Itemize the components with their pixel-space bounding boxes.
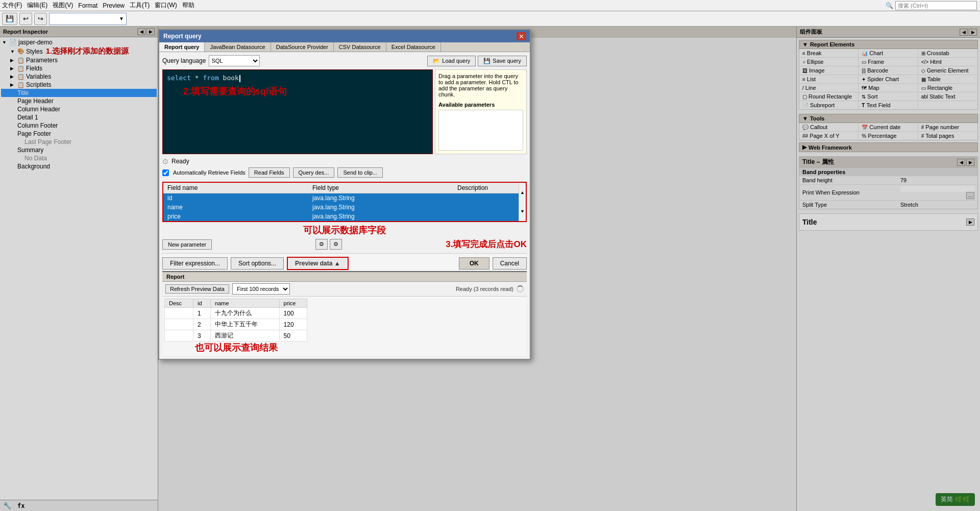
top-menubar: 文件(F) 编辑(E) 视图(V) Format Preview 工具(T) 窗… — [0, 0, 980, 11]
query-lang-row: Query language SQL 📂 Load query 💾 Save q… — [162, 55, 527, 66]
field-id-type: java.lang.String — [308, 193, 453, 203]
load-query-btn[interactable]: 📂 Load query — [427, 56, 476, 66]
preview-r3-name: 西游记 — [211, 330, 280, 342]
modal-tab-javabean[interactable]: JavaBean Datasource — [205, 42, 271, 52]
preview-r1-desc — [165, 308, 193, 319]
field-price-type: java.lang.String — [308, 212, 453, 221]
auto-retrieve-checkbox[interactable] — [162, 169, 169, 176]
preview-r3-desc — [165, 330, 193, 342]
db-connection-input[interactable]: loclal-mysql — [52, 14, 118, 24]
preview-row-2[interactable]: 2 中华上下五千年 120 — [165, 319, 307, 330]
modal-close-btn[interactable]: ✕ — [517, 32, 526, 40]
modal-body: Query language SQL 📂 Load query 💾 Save q… — [159, 52, 530, 359]
settings-btn2[interactable]: ⚙ — [330, 239, 342, 250]
preview-status-text: Ready (3 records read) — [456, 286, 513, 292]
field-name-header: Field name — [163, 183, 308, 193]
field-row-name[interactable]: name java.lang.String — [163, 203, 526, 212]
fields-table-header-row: Field name Field type Description ⊞ — [163, 183, 526, 193]
fields-table: Field name Field type Description ⊞ id j… — [163, 183, 526, 221]
status-icon: ⊙ — [162, 157, 168, 165]
menu-edit[interactable]: 编辑(E) — [27, 1, 47, 10]
field-name-type: java.lang.String — [308, 203, 453, 212]
preview-r3-price: 50 — [279, 330, 307, 342]
save-query-btn[interactable]: 💾 Save query — [478, 56, 527, 66]
fields-scroll-up[interactable]: ▲ — [519, 183, 526, 202]
field-desc-header: Description — [453, 183, 516, 193]
annotation-show-fields: 可以展示数据库字段 — [162, 224, 527, 236]
preview-col-desc: Desc — [165, 299, 193, 308]
preview-header: Report — [162, 272, 527, 282]
fields-table-wrapper: Field name Field type Description ⊞ id j… — [162, 182, 527, 222]
preview-row-3[interactable]: 3 西游记 50 — [165, 330, 307, 342]
annotation-show-results: 也可以展示查询结果 — [195, 343, 278, 353]
preview-data-btn[interactable]: Preview data ▲ — [287, 257, 349, 270]
preview-r2-price: 120 — [279, 319, 307, 330]
preview-col-price: price — [279, 299, 307, 308]
query-hint-panel: Drag a parameter into the query to add a… — [435, 69, 527, 154]
send-clip-btn[interactable]: Send to clip... — [337, 167, 383, 178]
settings-btn1[interactable]: ⚙ — [315, 239, 328, 250]
menu-view[interactable]: 视图(V) — [53, 1, 73, 10]
read-fields-btn[interactable]: Read Fields — [249, 167, 290, 178]
field-id-name: id — [163, 193, 308, 203]
save-query-label: Save query — [493, 58, 521, 64]
new-param-btn[interactable]: New parameter — [162, 239, 212, 250]
field-price-name: price — [163, 212, 308, 221]
modal-tabs: Report query JavaBean Datasource DataSou… — [159, 42, 530, 52]
query-lang-select[interactable]: SQL — [209, 55, 260, 66]
menu-preview[interactable]: Preview — [103, 2, 125, 9]
query-status-row: ⊙ Ready — [162, 157, 527, 165]
modal-titlebar: Report query ✕ — [159, 30, 530, 42]
field-row-price[interactable]: price java.lang.String — [163, 212, 526, 221]
query-editor[interactable]: select * from book 2.填写需要查询的sql语句 — [162, 69, 433, 154]
filter-btn[interactable]: Filter expression... — [162, 257, 228, 270]
fields-scroll-down[interactable]: ▼ — [519, 202, 526, 222]
modal-tab-csv[interactable]: CSV Datasource — [334, 42, 386, 52]
preview-records-select[interactable]: First 100 records All records First 10 r… — [232, 283, 290, 295]
field-name-desc — [453, 203, 516, 212]
preview-table-wrapper: Desc id name price 1 十九个为什么 100 — [162, 297, 527, 356]
modal-tab-excel[interactable]: Excel Datasource — [386, 42, 441, 52]
status-text: Ready — [172, 158, 189, 165]
preview-table: Desc id name price 1 十九个为什么 100 — [164, 299, 307, 342]
preview-row-1[interactable]: 1 十九个为什么 100 — [165, 308, 307, 319]
menu-tools[interactable]: 工具(T) — [130, 1, 150, 10]
preview-r1-id: 1 — [193, 308, 211, 319]
query-actions-row: Automatically Retrieve Fields Read Field… — [162, 167, 527, 178]
save-button[interactable]: 💾 — [2, 13, 17, 25]
query-lang-label: Query language — [162, 57, 206, 64]
preview-toolbar: Refresh Preview Data First 100 records A… — [162, 282, 527, 297]
preview-r2-desc — [165, 319, 193, 330]
field-id-desc — [453, 193, 516, 203]
modal-tab-datasource-provider[interactable]: DataSource Provider — [271, 42, 334, 52]
preview-r2-id: 2 — [193, 319, 211, 330]
refresh-preview-btn[interactable]: Refresh Preview Data — [165, 284, 229, 294]
preview-col-id: id — [193, 299, 211, 308]
field-row-id[interactable]: id java.lang.String — [163, 193, 526, 203]
modal-tab-report-query[interactable]: Report query — [159, 42, 205, 52]
annotation-step3: 3.填写完成后点击OK — [446, 238, 527, 250]
query-hint-text: Drag a parameter into the query to add a… — [438, 73, 523, 98]
save-query-icon: 💾 — [483, 58, 491, 64]
menu-help[interactable]: 帮助 — [182, 1, 194, 10]
toolbar: 💾 ↩ ↪ loclal-mysql ▼ — [0, 11, 980, 27]
menu-window[interactable]: 窗口(W) — [155, 1, 177, 10]
modal-bottom-row: Filter expression... Sort options... Pre… — [162, 253, 527, 270]
ok-btn[interactable]: OK — [459, 257, 489, 270]
db-dropdown-icon[interactable]: ▼ — [119, 16, 124, 21]
auto-retrieve-label: Automatically Retrieve Fields — [173, 169, 246, 176]
preview-r2-name: 中华上下五千年 — [211, 319, 280, 330]
sort-btn[interactable]: Sort options... — [231, 257, 284, 270]
preview-spinner — [517, 285, 524, 293]
menu-file[interactable]: 文件(F) — [2, 1, 22, 10]
preview-col-name: name — [211, 299, 280, 308]
menu-format[interactable]: Format — [78, 2, 97, 9]
redo-button[interactable]: ↪ — [34, 13, 47, 25]
cancel-btn[interactable]: Cancel — [493, 257, 527, 270]
search-input[interactable] — [895, 1, 977, 10]
load-label: Load query — [442, 58, 470, 64]
query-des-btn[interactable]: Query des... — [293, 167, 335, 178]
undo-button[interactable]: ↩ — [19, 13, 32, 25]
preview-r1-price: 100 — [279, 308, 307, 319]
load-icon: 📂 — [433, 58, 440, 64]
